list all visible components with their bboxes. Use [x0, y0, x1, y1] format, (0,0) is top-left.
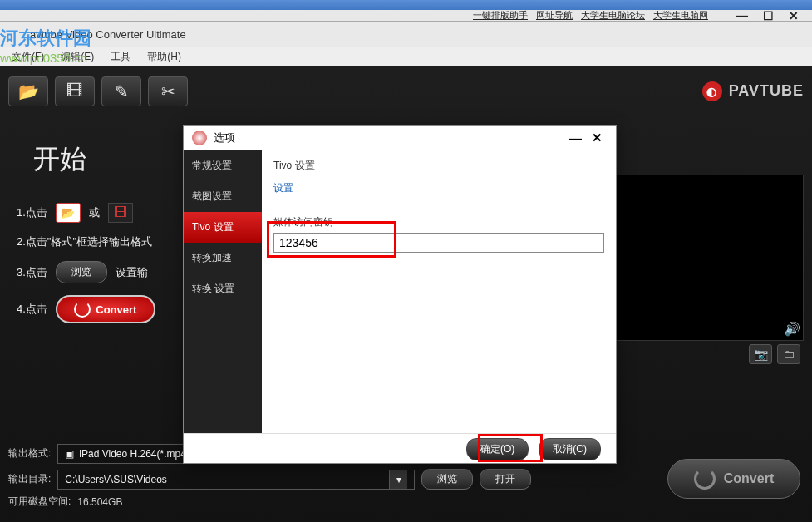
output-format-label: 输出格式: — [8, 446, 51, 460]
open-file-icon[interactable]: 📂 — [8, 76, 48, 106]
bookmark-link[interactable]: 大学生电脑网 — [653, 9, 708, 22]
tab-general[interactable]: 常规设置 — [184, 150, 262, 181]
pavtube-logo-icon: ◐ — [702, 81, 722, 101]
bookmark-link[interactable]: 一键排版助手 — [473, 9, 528, 22]
clip-icon[interactable]: ✂ — [148, 76, 188, 106]
minimize-button[interactable]: — — [731, 9, 753, 22]
ok-button[interactable]: 确定(O) — [466, 438, 529, 460]
add-media-icon[interactable]: 🎞 — [55, 76, 95, 106]
chevron-down-icon[interactable]: ▾ — [389, 470, 407, 489]
film-add-icon[interactable]: 🎞 — [108, 203, 133, 223]
dialog-minimize-button[interactable]: — — [564, 131, 587, 145]
dialog-icon — [192, 130, 207, 145]
media-key-input[interactable] — [273, 233, 604, 253]
edit-icon[interactable]: ✎ — [101, 76, 141, 106]
open-dir-button[interactable]: 打开 — [480, 469, 531, 490]
dialog-sidebar: 常规设置 截图设置 Tivo 设置 转换加速 转换 设置 — [184, 150, 262, 433]
convert-swirl-icon — [694, 468, 716, 490]
bookmark-link[interactable]: 大学生电脑论坛 — [581, 9, 645, 22]
tab-accel[interactable]: 转换加速 — [184, 243, 262, 273]
watermark-logo: 河东软件园 www.pc0359.cn — [0, 26, 166, 76]
convert-button-small[interactable]: Convert — [56, 295, 155, 323]
cancel-button[interactable]: 取消(C) — [539, 438, 601, 460]
mp4-icon: ▣ — [65, 448, 74, 460]
media-key-label: 媒体访问密钥 — [273, 215, 604, 229]
dialog-section: 设置 — [273, 181, 604, 195]
convert-swirl-icon — [74, 301, 91, 318]
tab-convert[interactable]: 转换 设置 — [184, 273, 262, 304]
dialog-title: 选项 — [214, 130, 235, 145]
folder-icon[interactable]: 📂 — [56, 203, 81, 223]
bookmark-bar: 一键排版助手 网址导航 大学生电脑论坛 大学生电脑网 — ☐ ✕ — [0, 10, 812, 22]
convert-button-big[interactable]: Convert — [667, 459, 800, 499]
browse-dir-button[interactable]: 浏览 — [421, 469, 473, 490]
browse-button[interactable]: 浏览 — [56, 261, 107, 283]
sound-icon[interactable]: 🔊 — [784, 321, 800, 337]
maximize-button[interactable]: ☐ — [758, 9, 779, 22]
output-dir-label: 输出目录: — [8, 472, 51, 486]
options-dialog: 选项 — ✕ 常规设置 截图设置 Tivo 设置 转换加速 转换 设置 Tivo… — [183, 125, 617, 464]
bookmark-link[interactable]: 网址导航 — [536, 9, 573, 22]
folder-open-icon[interactable]: 🗀 — [777, 344, 800, 364]
output-dir-combo[interactable]: C:\Users\ASUS\Videos ▾ — [57, 470, 415, 490]
brand: ◐ PAVTUBE — [702, 81, 804, 101]
tab-tivo[interactable]: Tivo 设置 — [184, 212, 262, 243]
tab-snapshot[interactable]: 截图设置 — [184, 181, 262, 212]
close-button[interactable]: ✕ — [784, 9, 804, 22]
dialog-close-button[interactable]: ✕ — [587, 130, 608, 145]
snapshot-icon[interactable]: 📷 — [749, 344, 772, 364]
disk-space-label: 可用磁盘空间: — [8, 495, 71, 509]
dialog-heading: Tivo 设置 — [273, 159, 604, 173]
disk-space-value: 16.504GB — [77, 496, 122, 508]
